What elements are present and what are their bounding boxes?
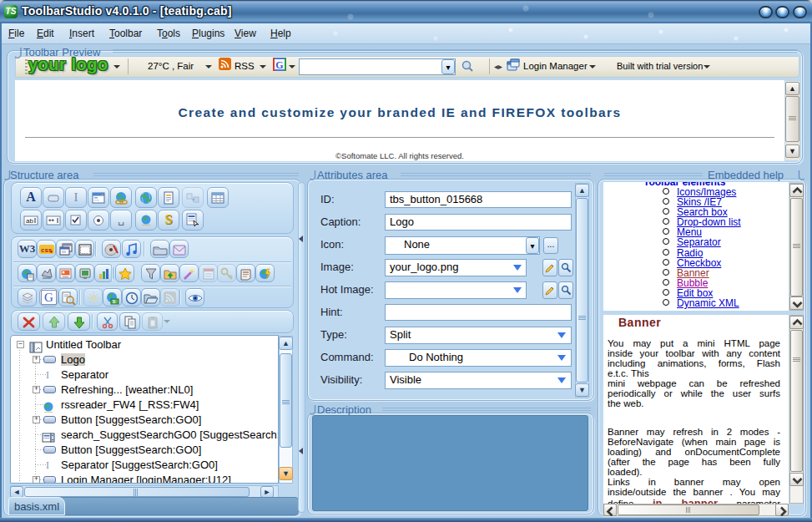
svg-text:G: G (275, 59, 283, 71)
svg-text:ab: ab (26, 217, 33, 225)
svg-text:**: ** (48, 217, 55, 226)
